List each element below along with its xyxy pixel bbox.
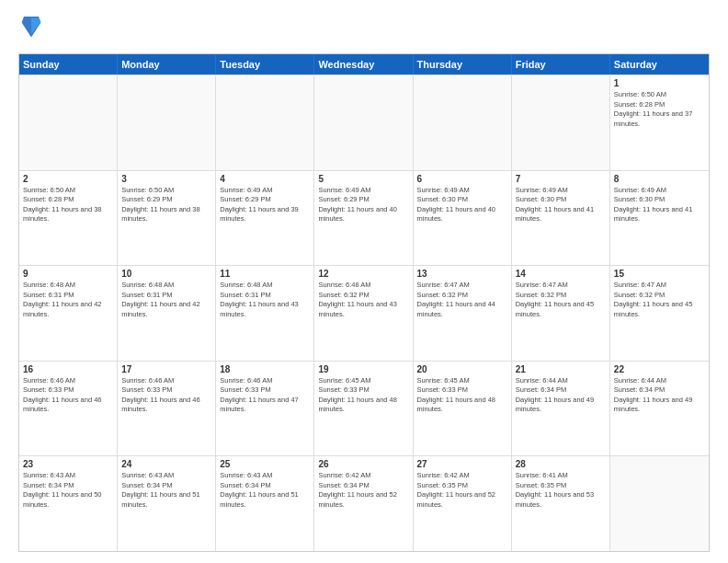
calendar-body: 1Sunrise: 6:50 AM Sunset: 6:28 PM Daylig…: [19, 75, 709, 551]
day-cell-15: 15Sunrise: 6:47 AM Sunset: 6:32 PM Dayli…: [610, 266, 709, 361]
day-number: 2: [23, 174, 113, 184]
day-info: Sunrise: 6:49 AM Sunset: 6:29 PM Dayligh…: [220, 186, 310, 224]
page: SundayMondayTuesdayWednesdayThursdayFrid…: [0, 0, 728, 563]
header-cell-sunday: Sunday: [19, 54, 118, 75]
day-cell-14: 14Sunrise: 6:47 AM Sunset: 6:32 PM Dayli…: [512, 266, 610, 361]
day-info: Sunrise: 6:43 AM Sunset: 6:34 PM Dayligh…: [23, 471, 113, 510]
day-info: Sunrise: 6:42 AM Sunset: 6:35 PM Dayligh…: [417, 471, 507, 510]
day-info: Sunrise: 6:49 AM Sunset: 6:30 PM Dayligh…: [516, 186, 606, 224]
calendar: SundayMondayTuesdayWednesdayThursdayFrid…: [18, 53, 710, 552]
day-number: 27: [417, 459, 507, 469]
day-cell-13: 13Sunrise: 6:47 AM Sunset: 6:32 PM Dayli…: [414, 266, 512, 361]
day-number: 5: [318, 174, 408, 184]
day-number: 9: [23, 269, 113, 279]
day-number: 3: [121, 174, 211, 184]
header-cell-tuesday: Tuesday: [216, 54, 314, 75]
day-info: Sunrise: 6:44 AM Sunset: 6:34 PM Dayligh…: [516, 376, 606, 415]
header-cell-wednesday: Wednesday: [314, 54, 413, 75]
header-cell-saturday: Saturday: [610, 54, 709, 75]
day-info: Sunrise: 6:49 AM Sunset: 6:30 PM Dayligh…: [417, 186, 507, 224]
svg-marker-1: [31, 18, 40, 35]
day-info: Sunrise: 6:42 AM Sunset: 6:34 PM Dayligh…: [318, 471, 408, 510]
day-info: Sunrise: 6:48 AM Sunset: 6:31 PM Dayligh…: [121, 281, 211, 319]
day-cell-26: 26Sunrise: 6:42 AM Sunset: 6:34 PM Dayli…: [314, 456, 413, 551]
day-cell-27: 27Sunrise: 6:42 AM Sunset: 6:35 PM Dayli…: [414, 456, 512, 551]
day-cell-18: 18Sunrise: 6:46 AM Sunset: 6:33 PM Dayli…: [216, 362, 314, 456]
day-cell-17: 17Sunrise: 6:46 AM Sunset: 6:33 PM Dayli…: [118, 362, 216, 456]
day-info: Sunrise: 6:43 AM Sunset: 6:34 PM Dayligh…: [121, 471, 211, 510]
day-info: Sunrise: 6:48 AM Sunset: 6:32 PM Dayligh…: [318, 281, 408, 319]
day-number: 19: [318, 364, 408, 374]
day-cell-7: 7Sunrise: 6:49 AM Sunset: 6:30 PM Daylig…: [512, 171, 610, 266]
day-cell-empty: [512, 75, 610, 170]
day-info: Sunrise: 6:50 AM Sunset: 6:28 PM Dayligh…: [614, 90, 705, 129]
day-number: 7: [516, 174, 606, 184]
day-cell-2: 2Sunrise: 6:50 AM Sunset: 6:28 PM Daylig…: [19, 171, 118, 266]
day-cell-empty: [314, 75, 413, 170]
day-number: 17: [121, 364, 211, 374]
day-info: Sunrise: 6:47 AM Sunset: 6:32 PM Dayligh…: [516, 281, 606, 319]
day-cell-24: 24Sunrise: 6:43 AM Sunset: 6:34 PM Dayli…: [118, 456, 216, 551]
day-number: 23: [23, 459, 113, 469]
day-number: 13: [417, 269, 507, 279]
day-info: Sunrise: 6:47 AM Sunset: 6:32 PM Dayligh…: [417, 281, 507, 319]
day-number: 24: [121, 459, 211, 469]
day-number: 21: [516, 364, 606, 374]
calendar-row-2: 2Sunrise: 6:50 AM Sunset: 6:28 PM Daylig…: [19, 170, 709, 266]
calendar-row-3: 9Sunrise: 6:48 AM Sunset: 6:31 PM Daylig…: [19, 265, 709, 361]
logo: [18, 15, 44, 44]
day-info: Sunrise: 6:46 AM Sunset: 6:33 PM Dayligh…: [23, 376, 113, 415]
day-cell-10: 10Sunrise: 6:48 AM Sunset: 6:31 PM Dayli…: [118, 266, 216, 361]
day-number: 25: [220, 459, 310, 469]
day-cell-9: 9Sunrise: 6:48 AM Sunset: 6:31 PM Daylig…: [19, 266, 118, 361]
day-cell-empty: [19, 75, 118, 170]
day-info: Sunrise: 6:48 AM Sunset: 6:31 PM Dayligh…: [220, 281, 310, 319]
day-info: Sunrise: 6:49 AM Sunset: 6:30 PM Dayligh…: [614, 186, 705, 224]
day-number: 4: [220, 174, 310, 184]
day-cell-22: 22Sunrise: 6:44 AM Sunset: 6:34 PM Dayli…: [610, 362, 709, 456]
header-cell-monday: Monday: [118, 54, 216, 75]
day-number: 28: [516, 459, 606, 469]
day-number: 11: [220, 269, 310, 279]
day-cell-4: 4Sunrise: 6:49 AM Sunset: 6:29 PM Daylig…: [216, 171, 314, 266]
day-info: Sunrise: 6:45 AM Sunset: 6:33 PM Dayligh…: [417, 376, 507, 415]
day-info: Sunrise: 6:44 AM Sunset: 6:34 PM Dayligh…: [614, 376, 705, 415]
day-cell-11: 11Sunrise: 6:48 AM Sunset: 6:31 PM Dayli…: [216, 266, 314, 361]
day-info: Sunrise: 6:47 AM Sunset: 6:32 PM Dayligh…: [614, 281, 705, 319]
day-info: Sunrise: 6:43 AM Sunset: 6:34 PM Dayligh…: [220, 471, 310, 510]
day-cell-19: 19Sunrise: 6:45 AM Sunset: 6:33 PM Dayli…: [314, 362, 413, 456]
calendar-row-1: 1Sunrise: 6:50 AM Sunset: 6:28 PM Daylig…: [19, 75, 709, 170]
day-cell-6: 6Sunrise: 6:49 AM Sunset: 6:30 PM Daylig…: [414, 171, 512, 266]
calendar-row-4: 16Sunrise: 6:46 AM Sunset: 6:33 PM Dayli…: [19, 361, 709, 456]
day-info: Sunrise: 6:48 AM Sunset: 6:31 PM Dayligh…: [23, 281, 113, 319]
day-cell-21: 21Sunrise: 6:44 AM Sunset: 6:34 PM Dayli…: [512, 362, 610, 456]
day-cell-empty: [216, 75, 314, 170]
day-info: Sunrise: 6:49 AM Sunset: 6:29 PM Dayligh…: [318, 186, 408, 224]
day-number: 1: [614, 78, 705, 88]
header-cell-thursday: Thursday: [414, 54, 512, 75]
day-cell-8: 8Sunrise: 6:49 AM Sunset: 6:30 PM Daylig…: [610, 171, 709, 266]
day-info: Sunrise: 6:45 AM Sunset: 6:33 PM Dayligh…: [318, 376, 408, 415]
day-number: 8: [614, 174, 705, 184]
day-cell-20: 20Sunrise: 6:45 AM Sunset: 6:33 PM Dayli…: [414, 362, 512, 456]
day-number: 20: [417, 364, 507, 374]
header: [18, 15, 710, 44]
day-cell-empty: [118, 75, 216, 170]
day-number: 22: [614, 364, 705, 374]
day-number: 14: [516, 269, 606, 279]
day-info: Sunrise: 6:46 AM Sunset: 6:33 PM Dayligh…: [220, 376, 310, 415]
day-cell-1: 1Sunrise: 6:50 AM Sunset: 6:28 PM Daylig…: [610, 75, 709, 170]
day-cell-12: 12Sunrise: 6:48 AM Sunset: 6:32 PM Dayli…: [314, 266, 413, 361]
calendar-header-row: SundayMondayTuesdayWednesdayThursdayFrid…: [19, 54, 709, 75]
day-number: 10: [121, 269, 211, 279]
day-cell-28: 28Sunrise: 6:41 AM Sunset: 6:35 PM Dayli…: [512, 456, 610, 551]
day-cell-3: 3Sunrise: 6:50 AM Sunset: 6:29 PM Daylig…: [118, 171, 216, 266]
calendar-row-5: 23Sunrise: 6:43 AM Sunset: 6:34 PM Dayli…: [19, 455, 709, 551]
day-number: 26: [318, 459, 408, 469]
day-info: Sunrise: 6:41 AM Sunset: 6:35 PM Dayligh…: [516, 471, 606, 510]
day-info: Sunrise: 6:46 AM Sunset: 6:33 PM Dayligh…: [121, 376, 211, 415]
day-info: Sunrise: 6:50 AM Sunset: 6:29 PM Dayligh…: [121, 186, 211, 224]
day-info: Sunrise: 6:50 AM Sunset: 6:28 PM Dayligh…: [23, 186, 113, 224]
day-number: 12: [318, 269, 408, 279]
day-cell-5: 5Sunrise: 6:49 AM Sunset: 6:29 PM Daylig…: [314, 171, 413, 266]
